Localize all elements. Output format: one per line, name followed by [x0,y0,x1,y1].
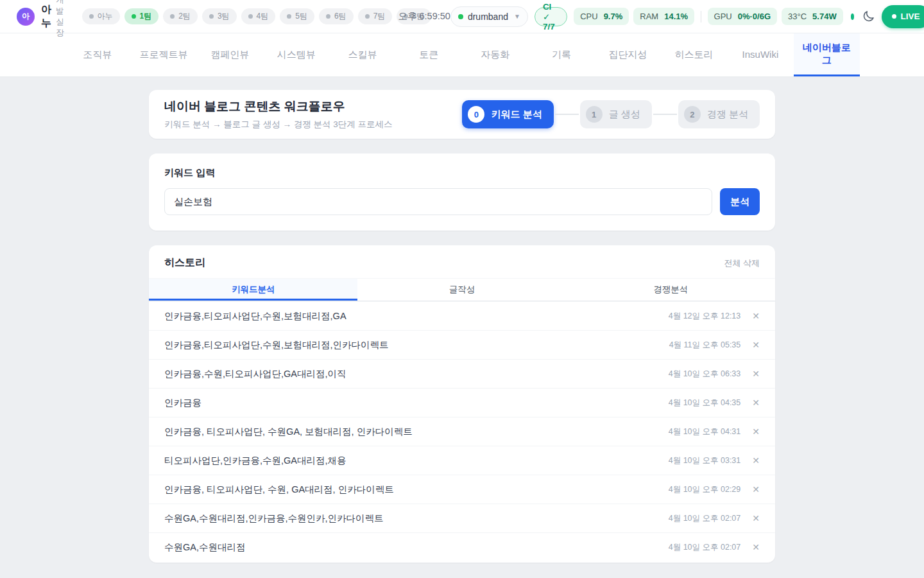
main-nav: 조직뷰 프로젝트뷰 캠페인뷰 시스템뷰 스킬뷰 토큰 자동화 기록 집단지성 [0,33,924,77]
close-icon[interactable]: ✕ [751,426,761,437]
keyword-card-title: 키워드 입력 [164,167,760,179]
history-keywords: 인카금융,수원,티오피사업단,GA대리점,이직 [164,368,661,380]
history-tab[interactable]: 글작성 [357,279,566,301]
workflow-card: 네이버 블로그 콘텐츠 워크플로우 키워드 분석 → 블로그 글 생성 → 경쟁… [149,90,775,139]
stats-group-a: CPU 9.7% RAM 14.1% [574,8,694,25]
close-icon[interactable]: ✕ [751,339,761,351]
close-icon[interactable]: ✕ [751,455,761,466]
workflow-heading: 네이버 블로그 콘텐츠 워크플로우 키워드 분석 → 블로그 글 생성 → 경쟁… [164,98,393,130]
server-select[interactable]: drumband ▼ [450,6,528,27]
topbar-right-cluster: drumband ▼ CI ✓ 7/7 CPU 9.7% RAM 14.1% [450,5,924,28]
history-row[interactable]: 인카금융, 티오피사업단, 수원, GA대리점, 인카다이렉트 4월 10일 오… [149,475,775,504]
live-button[interactable]: LIVE [882,5,924,28]
history-card: 히스토리 전체 삭제 키워드분석 글작성 경쟁분석 [149,245,775,563]
team-pill-label: 4팀 [257,11,269,22]
nav-tab-label: 스킬뷰 [348,48,377,61]
clear-all-button[interactable]: 전체 삭제 [724,258,760,269]
step-label: 경쟁 분석 [707,109,748,121]
history-row[interactable]: 수원GA,수원대리점,인카금융,수원인카,인카다이렉트 4월 10일 오후 02… [149,504,775,532]
history-row[interactable]: 인카금융 4월 10일 오후 04:35 ✕ [149,388,775,417]
close-icon[interactable]: ✕ [751,310,761,322]
nav-tab[interactable]: 스킬뷰 [329,33,395,76]
nav-tab-label: 조직뷰 [83,48,112,61]
team-status-dot [326,14,330,19]
keyword-card: 키워드 입력 분석 [149,153,775,231]
workflow-step-button[interactable]: 1 글 생성 [580,100,652,128]
close-icon[interactable]: ✕ [751,512,761,524]
user-name: 아누 [41,3,51,30]
team-status-dot [132,14,136,19]
nav-tab-label: 토큰 [419,48,438,61]
close-icon[interactable]: ✕ [751,541,761,553]
stat-pill: RAM 14.1% [633,8,694,25]
close-icon[interactable]: ✕ [751,368,761,380]
history-timestamp: 4월 10일 오후 02:29 [669,484,741,495]
nav-tab-label: InsuWiki [742,48,779,61]
history-row[interactable]: 티오피사업단,인카금융,수원,GA대리점,채용 4월 10일 오후 03:31 … [149,446,775,475]
team-pill[interactable]: 7팀 [358,8,393,24]
team-pill-label: 1팀 [140,11,152,22]
nav-tab[interactable]: 캠페인뷰 [197,33,263,76]
nav-tab[interactable]: InsuWiki [727,33,793,76]
analyze-button[interactable]: 분석 [720,188,760,215]
live-label: LIVE [901,12,920,21]
close-icon[interactable]: ✕ [751,397,761,408]
stat-pill: 33°C 5.74W [782,8,843,25]
stat-value: 14.1% [664,12,688,21]
history-row[interactable]: 인카금융,티오피사업단,수원,보험대리점,인카다이렉트 4월 11일 오후 05… [149,330,775,359]
stat-pill: GPU 0%·0/6G [708,8,777,25]
nav-tab-label: 자동화 [481,48,509,61]
workflow-title: 네이버 블로그 콘텐츠 워크플로우 [164,98,393,115]
keyword-input[interactable] [164,188,712,215]
nav-tab[interactable]: 프로젝트뷰 [130,33,196,76]
team-pill[interactable]: 5팀 [280,8,314,24]
history-row[interactable]: 인카금융,수원,티오피사업단,GA대리점,이직 4월 10일 오후 06:33 … [149,359,775,388]
history-tab[interactable]: 경쟁분석 [567,279,775,301]
server-status-dot [458,14,463,19]
team-pill[interactable]: 6팀 [319,8,354,24]
history-row[interactable]: 수원GA,수원대리점 4월 10일 오후 02:07 ✕ [149,532,775,561]
team-pill[interactable]: 4팀 [241,8,276,24]
history-keywords: 인카금융, 티오피사업단, 수원GA, 보험대리점, 인카다이렉트 [164,426,661,438]
team-pill[interactable]: 3팀 [202,8,237,24]
nav-tab-label: 히스토리 [675,48,714,61]
online-status-dot [851,13,854,20]
workflow-step-button[interactable]: 2 경쟁 분석 [678,100,760,128]
workflow-step: 0 키워드 분석 [462,100,579,128]
dark-mode-icon[interactable] [862,10,875,24]
history-list: 인카금융,티오피사업단,수원,보험대리점,GA 4월 12일 오후 12:13 … [149,301,775,561]
nav-tab-label: 프로젝트뷰 [139,48,187,61]
workflow-stepper: 0 키워드 분석 1 글 생성 [462,100,760,128]
history-keywords: 티오피사업단,인카금융,수원,GA대리점,채용 [164,455,661,467]
history-tab[interactable]: 키워드분석 [149,279,357,301]
team-pill-label: 6팀 [334,11,346,22]
history-keywords: 인카금융,티오피사업단,수원,보험대리점,인카다이렉트 [164,339,662,351]
history-timestamp: 4월 11일 오후 05:35 [669,340,741,351]
nav-tab[interactable]: 네이버블로그 [794,33,860,76]
step-number-badge: 1 [586,106,603,123]
nav-tab[interactable]: 집단지성 [595,33,661,76]
nav-tab[interactable]: 조직뷰 [64,33,130,76]
team-pill[interactable]: 1팀 [124,8,159,24]
team-pill-label: 3팀 [218,11,230,22]
nav-tab[interactable]: 시스템뷰 [263,33,329,76]
workflow-step-button[interactable]: 0 키워드 분석 [462,100,553,128]
team-pill[interactable]: 2팀 [163,8,198,24]
workflow-subtitle: 키워드 분석 → 블로그 글 생성 → 경쟁 분석 3단계 프로세스 [164,119,393,130]
stat-pill: CPU 9.7% [574,8,629,25]
close-icon[interactable]: ✕ [751,484,761,495]
nav-tab[interactable]: 토큰 [396,33,462,76]
team-status-dot [365,14,370,19]
nav-tab[interactable]: 자동화 [462,33,528,76]
nav-tab[interactable]: 기록 [528,33,594,76]
history-timestamp: 4월 10일 오후 03:31 [669,455,741,466]
history-row[interactable]: 인카금융,티오피사업단,수원,보험대리점,GA 4월 12일 오후 12:13 … [149,301,775,330]
ci-status-badge[interactable]: CI ✓ 7/7 [535,7,567,26]
history-timestamp: 4월 10일 오후 06:33 [669,369,741,380]
team-pill[interactable]: 아누 [82,8,120,24]
avatar[interactable]: 아 [17,8,35,26]
history-row[interactable]: 인카금융, 티오피사업단, 수원GA, 보험대리점, 인카다이렉트 4월 10일… [149,417,775,446]
chevron-down-icon: ▼ [514,13,520,20]
nav-tab[interactable]: 히스토리 [661,33,727,76]
workflow-step: 1 글 생성 [580,100,678,128]
